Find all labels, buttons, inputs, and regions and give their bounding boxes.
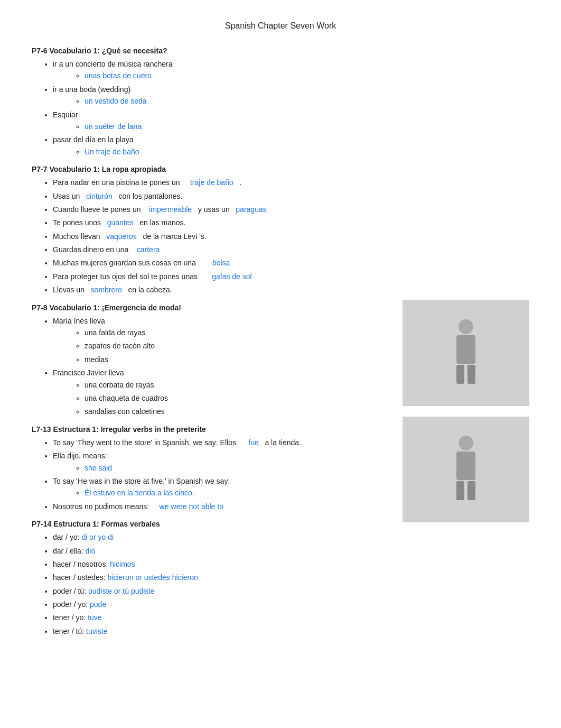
item-text: una chaqueta de cuadros: [85, 394, 168, 402]
item-text: y usas un: [192, 205, 236, 214]
section-p7-8-list: María Inés lleva una falda de rayas zapa…: [32, 315, 392, 418]
list-item: Guardas dinero en una cartera: [53, 244, 529, 255]
answer-text: gafas de sol: [212, 272, 252, 281]
list-item: Un traje de baño: [85, 146, 529, 158]
item-text: ir a un concierto de música ranchera: [53, 60, 172, 68]
list-item: Usas un cinturón con los pantalones.: [53, 190, 529, 202]
answer-text: dio: [85, 547, 95, 555]
list-item: poder / yo: pude: [53, 598, 529, 610]
list-item: un vestido de seda: [85, 95, 529, 107]
page-title: Spanish Chapter Seven Work: [32, 21, 529, 31]
item-text: Ella dijo. means:: [53, 451, 107, 460]
answer-text: hicieron or ustedes hicieron: [108, 573, 198, 582]
list-item: ir a una boda (wedding) un vestido de se…: [53, 84, 529, 107]
list-item: zapatos de tacón alto: [85, 340, 392, 352]
list-item: dar / ella: dio: [53, 545, 529, 557]
answer-text: di or yo di: [81, 533, 114, 541]
item-text: dar / yo:: [53, 533, 81, 541]
list-item: Ella dijo. means: she said: [53, 450, 392, 474]
item-text: ir a una boda (wedding): [53, 85, 130, 94]
list-item: dar / yo: di or yo di: [53, 531, 529, 543]
list-item: Esquiar un suéter de lana: [53, 109, 529, 133]
item-text: sandalias con calcetines: [85, 407, 165, 416]
person-figure-1: [445, 316, 487, 390]
answer-text: guantes: [107, 218, 134, 227]
item-text: en las manos.: [134, 218, 186, 227]
list-item: To say 'They went to the store' in Spani…: [53, 437, 392, 448]
item-text: dar / ella:: [53, 547, 85, 555]
item-text: Nosotros no pudimos means:: [53, 502, 160, 511]
list-item: una falda de rayas: [85, 327, 392, 338]
answer-text: paraguas: [236, 205, 266, 214]
answer-text: hicimos: [110, 560, 135, 568]
answer-text: unas botas de cuero: [85, 71, 152, 80]
item-text: Esquiar: [53, 110, 78, 119]
svg-rect-3: [467, 365, 475, 384]
svg-rect-2: [456, 365, 464, 384]
item-text: hacer / nosotros:: [53, 560, 110, 568]
answer-text: Un traje de baño: [85, 148, 139, 156]
answer-text: traje de baño: [190, 178, 233, 187]
section-p7-6: P7-6 Vocabulario 1: ¿Qué se necesita? ir…: [32, 47, 529, 158]
page-container: Spanish Chapter Seven Work P7-6 Vocabula…: [32, 21, 529, 637]
answer-text: pudiste or tú pudiste: [88, 587, 155, 595]
section-l7-13: L7-13 Estructura 1: Irregular verbs in t…: [32, 425, 392, 512]
list-item: unas botas de cuero: [85, 70, 529, 81]
item-text: pasar del día en la playa: [53, 135, 134, 144]
answer-text: tuviste: [86, 627, 107, 635]
svg-point-4: [459, 436, 473, 450]
list-item: Nosotros no pudimos means: we were not a…: [53, 501, 392, 512]
answer-text: fue: [248, 438, 258, 447]
svg-rect-7: [467, 481, 475, 500]
item-text: Usas un: [53, 192, 86, 200]
item-text: Para proteger tus ojos del sol te pones …: [53, 272, 212, 281]
svg-point-0: [459, 319, 473, 334]
item-text: tener / tú:: [53, 627, 86, 635]
answer-text: vaqueros: [106, 232, 137, 241]
item-text: Guardas dinero en una: [53, 245, 137, 254]
section-header-l7-13: L7-13 Estructura 1: Irregular verbs in t…: [32, 425, 392, 434]
list-item: Cuando llueve te pones un impermeable y …: [53, 204, 529, 215]
item-text: medias: [85, 355, 108, 364]
list-item: Te pones unos guantes en las manos.: [53, 217, 529, 228]
answer-text: un suéter de lana: [85, 122, 142, 131]
list-item: Llevas un sombrero en la cabeza.: [53, 284, 529, 296]
image-box-1: [403, 300, 529, 406]
item-text: de la marca Levi 's.: [137, 232, 207, 241]
image-box-2: [403, 417, 529, 522]
item-text: Cuando llueve te pones un: [53, 205, 149, 214]
list-item: Muchas mujeres guardan sus cosas en una …: [53, 257, 529, 269]
section-header-p7-7: P7-7 Vocabulario 1: La ropa apropiada: [32, 165, 529, 173]
item-text: Llevas un: [53, 285, 91, 294]
list-item: tener / yo: tuve: [53, 612, 529, 623]
list-item: pasar del día en la playa Un traje de ba…: [53, 134, 529, 158]
answer-text: Él estuvo en la tienda a las cinco.: [85, 489, 194, 497]
answer-text: impermeable: [149, 205, 192, 214]
item-text: Francisco Javier lleva: [53, 368, 124, 377]
item-text: poder / yo:: [53, 600, 90, 609]
answer-text: she said: [85, 464, 112, 472]
item-text: en la cabeza.: [122, 285, 172, 294]
section-header-p7-6: P7-6 Vocabulario 1: ¿Qué se necesita?: [32, 47, 529, 55]
section-p7-14: P7-14 Estructura 1: Formas verbales dar …: [32, 520, 529, 637]
list-item: poder / tú: pudiste or tú pudiste: [53, 585, 529, 597]
item-text: Te pones unos: [53, 218, 107, 227]
content-wrapper: P7-6 Vocabulario 1: ¿Qué se necesita? ir…: [32, 47, 529, 637]
item-text: Muchos llevan: [53, 232, 106, 241]
item-text: María Inés lleva: [53, 317, 105, 325]
list-item: medias: [85, 354, 392, 365]
item-text: .: [233, 178, 242, 187]
answer-text: sombrero: [91, 285, 122, 294]
list-item: sandalias con calcetines: [85, 406, 392, 417]
list-item: hacer / nosotros: hicimos: [53, 558, 529, 570]
item-text: To say 'He was in the store at five.' in…: [53, 477, 230, 485]
section-p7-8: P7-8 Vocabulario 1: ¡Emergencia de moda!…: [32, 303, 392, 418]
answer-text: un vestido de seda: [85, 97, 147, 105]
section-p7-7: P7-7 Vocabulario 1: La ropa apropiada Pa…: [32, 165, 529, 296]
list-item: hacer / ustedes: hicieron or ustedes hic…: [53, 572, 529, 583]
list-item: ir a un concierto de música ranchera una…: [53, 58, 529, 82]
svg-rect-5: [456, 451, 475, 480]
answer-text: tuve: [88, 613, 101, 622]
item-text: zapatos de tacón alto: [85, 342, 155, 350]
section-p7-7-list: Para nadar en una piscina te pones un tr…: [32, 177, 529, 296]
